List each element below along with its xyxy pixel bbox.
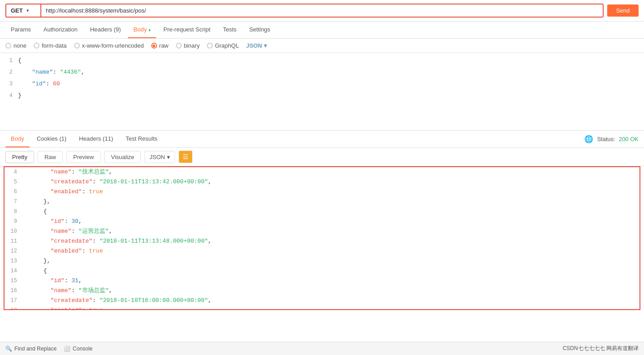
response-line-11: 11 "createdate": "2018-01-11T13:13:48.00… (4, 236, 640, 246)
bottom-left: 🔍 Find and Replace ⬜ Console (5, 346, 92, 352)
response-format-row: Pretty Raw Preview Visualize JSON ▾ ☰ (0, 148, 644, 166)
send-button[interactable]: Send (607, 4, 639, 17)
response-json-select[interactable]: JSON ▾ (145, 151, 175, 163)
method-selector[interactable]: GET ▾ (5, 4, 41, 18)
body-type-none[interactable]: none (5, 42, 26, 49)
response-line-14: 14 { (4, 266, 640, 276)
code-line-2: 2 "name": "4436", (0, 67, 644, 78)
radio-graphql-icon (207, 43, 213, 49)
response-line-15: 15 "id": 31, (4, 276, 640, 286)
response-right: 🌐 Status: 200 OK (584, 135, 639, 143)
response-line-9: 9 "id": 30, (4, 217, 640, 226)
search-icon: 🔍 (5, 346, 12, 352)
status-code: 200 OK (619, 136, 639, 142)
response-line-5: 5 "createdate": "2018-01-11T13:13:42.000… (4, 177, 640, 187)
response-body[interactable]: 4 "name": "技术总监", 5 "createdate": "2018-… (4, 166, 640, 310)
filter-icon-btn[interactable]: ☰ (179, 151, 193, 163)
response-tab-testresults[interactable]: Test Results (120, 131, 163, 147)
tab-tests[interactable]: Tests (218, 22, 242, 38)
find-replace-link[interactable]: 🔍 Find and Replace (5, 346, 57, 352)
response-line-6: 6 "enabled": true (4, 187, 640, 197)
response-tabs-left: Body Cookies (1) Headers (11) Test Resul… (5, 131, 163, 147)
format-preview-btn[interactable]: Preview (66, 151, 101, 163)
request-tabs: Params Authorization Headers (9) Body ● … (0, 22, 644, 39)
bottom-bar: 🔍 Find and Replace ⬜ Console CSDN七七七七七 网… (0, 342, 644, 355)
radio-urlencoded-icon (74, 43, 80, 49)
response-line-18: 18 "enabled": true (4, 306, 640, 310)
method-label: GET (11, 7, 23, 14)
response-line-16: 16 "name": "市场总监", (4, 286, 640, 296)
method-chevron-icon: ▾ (26, 8, 29, 13)
body-type-binary[interactable]: binary (176, 42, 200, 49)
code-line-3: 3 "id": 60 (0, 78, 644, 90)
response-tab-body[interactable]: Body (5, 131, 30, 147)
radio-formdata-icon (34, 43, 39, 49)
response-line-13: 13 }, (4, 256, 640, 266)
request-editor[interactable]: 1 { 2 "name": "4436", 3 "id": 60 4 } (0, 53, 644, 131)
response-tabs-row: Body Cookies (1) Headers (11) Test Resul… (0, 131, 644, 148)
tab-prerequest[interactable]: Pre-request Script (158, 22, 216, 38)
response-line-4: 4 "name": "技术总监", (4, 167, 640, 177)
body-type-row: none form-data x-www-form-urlencoded raw… (0, 39, 644, 53)
response-tab-headers[interactable]: Headers (11) (74, 131, 118, 147)
json-format-select[interactable]: JSON ▾ (246, 42, 267, 49)
chevron-down-icon: ▾ (167, 154, 170, 160)
response-line-17: 17 "createdate": "2018-01-10T16:00:00.00… (4, 296, 640, 306)
tab-headers[interactable]: Headers (9) (85, 22, 127, 38)
format-raw-btn[interactable]: Raw (38, 151, 63, 163)
chevron-down-icon: ▾ (264, 42, 267, 49)
code-line-1: 1 { (0, 55, 644, 67)
body-type-raw[interactable]: raw (151, 42, 169, 49)
body-type-graphql[interactable]: GraphQL (207, 42, 239, 49)
tab-authorization[interactable]: Authorization (38, 22, 83, 38)
terminal-icon: ⬜ (64, 346, 70, 352)
url-bar: GET ▾ Send (0, 0, 644, 22)
response-tab-cookies[interactable]: Cookies (1) (31, 131, 72, 147)
tab-settings[interactable]: Settings (244, 22, 276, 38)
tab-params[interactable]: Params (5, 22, 36, 38)
response-section: Body Cookies (1) Headers (11) Test Resul… (0, 131, 644, 310)
code-line-4: 4 } (0, 90, 644, 102)
format-visualize-btn[interactable]: Visualize (104, 151, 141, 163)
status-label: Status: (597, 136, 615, 142)
radio-none-icon (5, 43, 11, 49)
format-pretty-btn[interactable]: Pretty (5, 151, 34, 163)
response-line-8: 8 { (4, 207, 640, 217)
globe-icon: 🌐 (584, 135, 593, 143)
body-type-form-data[interactable]: form-data (34, 42, 67, 49)
url-input[interactable] (41, 4, 604, 18)
body-type-urlencoded[interactable]: x-www-form-urlencoded (74, 42, 144, 49)
radio-binary-icon (176, 43, 182, 49)
response-line-10: 10 "name": "运营总监", (4, 226, 640, 236)
radio-raw-icon (151, 43, 157, 49)
response-line-7: 7 }, (4, 197, 640, 207)
response-line-12: 12 "enabled": true (4, 246, 640, 256)
console-link[interactable]: ⬜ Console (64, 346, 92, 352)
tab-body[interactable]: Body ● (128, 22, 156, 38)
bottom-right-text: CSDN七七七七七 网易有道翻译 (563, 345, 639, 352)
